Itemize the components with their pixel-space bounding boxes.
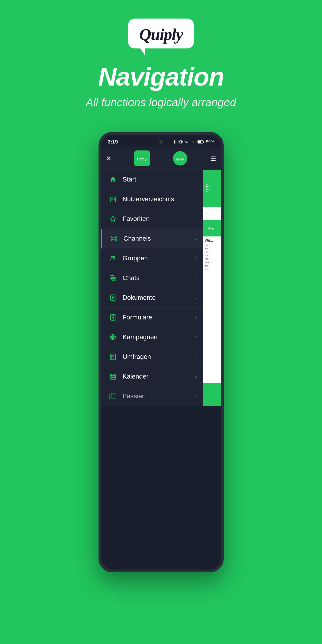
menu-item-passiert[interactable]: Passiert › xyxy=(101,386,203,406)
status-bar: 3:19 xyxy=(101,135,221,147)
svg-point-22 xyxy=(113,256,114,258)
menu-label-nutzerverzeichnis: Nutzerverzeichnis xyxy=(123,196,197,203)
peek-bottom-image xyxy=(203,383,221,406)
hamburger-button[interactable]: ☰ xyxy=(210,154,216,162)
channels-icon xyxy=(109,235,119,242)
logo-text: Quiply xyxy=(139,25,183,44)
arrow-chats: › xyxy=(195,275,196,281)
chat-icon xyxy=(108,274,118,282)
menu-label-formulare: Formulare xyxy=(123,314,195,321)
camera-notch xyxy=(159,140,163,144)
menu-item-kalender[interactable]: Kalender › xyxy=(101,367,203,386)
arrow-kampagnen: › xyxy=(195,334,196,340)
battery-percentage: 59% xyxy=(206,140,214,144)
menu-label-dokumente: Dokumente xyxy=(123,294,195,301)
menu-item-start[interactable]: Start xyxy=(101,170,203,190)
svg-rect-2 xyxy=(203,141,204,142)
menu-item-nutzerverzeichnis[interactable]: Nutzerverzeichnis xyxy=(101,190,203,209)
logo-bubble: Quiply xyxy=(128,18,194,48)
svg-point-42 xyxy=(112,336,113,338)
heart-icon: ♡ xyxy=(205,210,211,217)
vibrate-icon xyxy=(178,140,183,144)
menu-label-gruppen: Gruppen xyxy=(123,254,195,262)
svg-rect-29 xyxy=(110,295,115,301)
menu-item-favoriten[interactable]: Favoriten › xyxy=(101,209,203,229)
svg-rect-37 xyxy=(113,317,114,318)
svg-line-17 xyxy=(112,237,113,238)
svg-rect-23 xyxy=(110,276,114,279)
svg-point-21 xyxy=(111,256,113,258)
svg-point-8 xyxy=(111,198,113,199)
menu-label-umfragen: Umfragen xyxy=(123,353,195,360)
status-time: 3:19 xyxy=(108,139,118,145)
svg-rect-49 xyxy=(111,358,112,359)
svg-text:Quiply: Quiply xyxy=(176,158,184,161)
peek-title: Wa... xyxy=(205,238,220,242)
users-icon xyxy=(108,196,118,202)
phone-frame: 3:19 xyxy=(98,132,224,572)
peek-logo-row: Quip... xyxy=(203,220,221,236)
app-header-bar: ✕ Quiply Quiply ☰ xyxy=(101,147,221,170)
document-icon xyxy=(108,294,118,301)
menu-item-gruppen[interactable]: Gruppen › xyxy=(101,248,203,268)
arrow-gruppen: › xyxy=(195,255,196,261)
header-section: Quiply Navigation All functions logicall… xyxy=(86,0,236,109)
svg-text:Quiply: Quiply xyxy=(137,157,147,161)
arrow-kalender: › xyxy=(195,374,196,380)
bluetooth-icon xyxy=(172,140,177,144)
phone-content: Start Nutzerverzeichnis xyxy=(101,170,221,406)
arrow-passiert: › xyxy=(195,393,196,399)
arrow-umfragen: › xyxy=(195,354,196,360)
home-icon xyxy=(108,176,118,183)
menu-label-channels: Channels xyxy=(124,235,195,242)
menu-label-kalender: Kalender xyxy=(123,373,195,380)
peek-text-content: Wa... Qui...den...Die...ons...Sta...hinv… xyxy=(203,236,221,273)
arrow-favoriten: › xyxy=(195,216,196,222)
peek-top-image: Z... K... A... xyxy=(203,170,221,207)
svg-line-20 xyxy=(114,239,116,240)
avatar-icon: Quiply xyxy=(174,152,187,165)
peek-heart-row: ♡ xyxy=(203,207,221,220)
star-icon xyxy=(108,215,118,222)
map-icon xyxy=(108,393,118,400)
calendar-icon xyxy=(108,373,118,380)
app-logo-icon: Quiply xyxy=(136,153,148,164)
campaign-icon xyxy=(108,334,118,340)
svg-point-14 xyxy=(116,236,116,238)
menu-item-kampagnen[interactable]: Kampagnen › xyxy=(101,327,203,347)
group-icon xyxy=(108,255,118,262)
menu-item-chats[interactable]: Chats › xyxy=(101,268,203,288)
wifi-icon xyxy=(184,140,190,144)
peek-body: Qui...den...Die...ons...Sta...hinv...kön… xyxy=(205,244,220,271)
form-icon xyxy=(108,314,118,321)
svg-rect-26 xyxy=(112,278,116,280)
survey-icon xyxy=(108,353,118,360)
svg-rect-35 xyxy=(113,316,114,316)
app-logo-square: Quiply xyxy=(134,150,150,166)
svg-marker-58 xyxy=(110,394,116,399)
menu-item-umfragen[interactable]: Umfragen › xyxy=(101,347,203,367)
arrow-dokumente: › xyxy=(195,295,196,301)
close-button[interactable]: ✕ xyxy=(106,154,111,162)
phone-mockup: 3:19 xyxy=(98,132,224,572)
svg-rect-45 xyxy=(111,355,112,356)
svg-rect-57 xyxy=(114,377,114,378)
svg-line-19 xyxy=(112,239,113,240)
svg-point-13 xyxy=(111,236,112,238)
user-avatar[interactable]: Quiply xyxy=(173,151,187,166)
right-panel-peek: Z... K... A... ♡ Quip... Wa... xyxy=(203,170,221,406)
menu-item-channels[interactable]: Channels › xyxy=(101,229,203,248)
menu-label-passiert: Passiert xyxy=(123,392,195,400)
status-icons: 59% xyxy=(172,140,214,144)
battery-icon xyxy=(198,140,204,144)
svg-point-15 xyxy=(111,240,112,241)
svg-rect-56 xyxy=(112,377,113,378)
svg-rect-55 xyxy=(111,377,112,378)
svg-rect-1 xyxy=(198,141,201,143)
menu-item-formulare[interactable]: Formulare › xyxy=(101,308,203,327)
arrow-channels: › xyxy=(195,236,196,242)
nav-title: Navigation xyxy=(98,62,224,91)
menu-item-dokumente[interactable]: Dokumente › xyxy=(101,288,203,308)
menu-label-favoriten: Favoriten xyxy=(123,215,195,222)
svg-point-16 xyxy=(116,240,116,241)
